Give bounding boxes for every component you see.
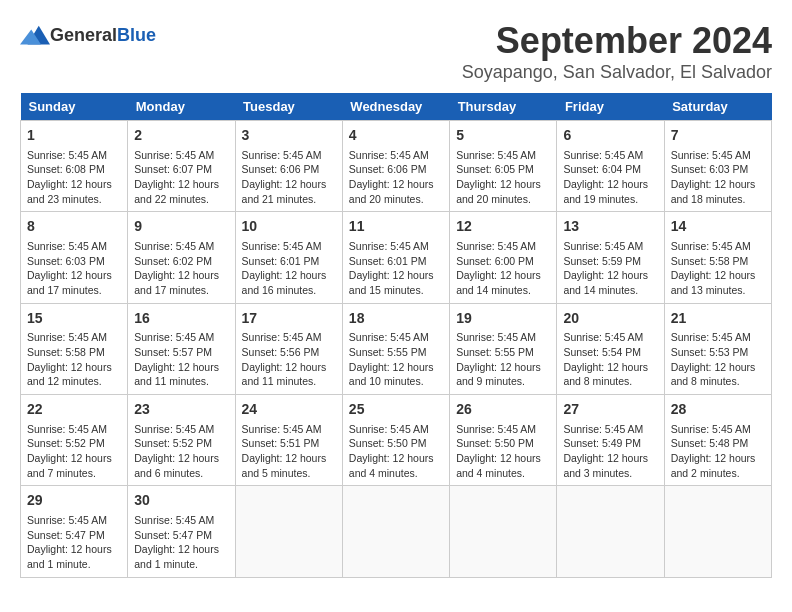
day-info: Sunrise: 5:45 AMSunset: 6:01 PMDaylight:… <box>349 239 443 298</box>
day-number: 27 <box>563 400 657 420</box>
day-cell-4: 4Sunrise: 5:45 AMSunset: 6:06 PMDaylight… <box>342 121 449 212</box>
day-cell-19: 19Sunrise: 5:45 AMSunset: 5:55 PMDayligh… <box>450 303 557 394</box>
day-cell-20: 20Sunrise: 5:45 AMSunset: 5:54 PMDayligh… <box>557 303 664 394</box>
day-info: Sunrise: 5:45 AMSunset: 6:08 PMDaylight:… <box>27 148 121 207</box>
day-cell-24: 24Sunrise: 5:45 AMSunset: 5:51 PMDayligh… <box>235 395 342 486</box>
logo: GeneralBlue <box>20 20 156 50</box>
empty-cell <box>450 486 557 577</box>
day-number: 16 <box>134 309 228 329</box>
day-number: 3 <box>242 126 336 146</box>
day-cell-3: 3Sunrise: 5:45 AMSunset: 6:06 PMDaylight… <box>235 121 342 212</box>
day-cell-6: 6Sunrise: 5:45 AMSunset: 6:04 PMDaylight… <box>557 121 664 212</box>
day-number: 6 <box>563 126 657 146</box>
day-cell-30: 30Sunrise: 5:45 AMSunset: 5:47 PMDayligh… <box>128 486 235 577</box>
empty-cell <box>235 486 342 577</box>
day-cell-15: 15Sunrise: 5:45 AMSunset: 5:58 PMDayligh… <box>21 303 128 394</box>
day-cell-25: 25Sunrise: 5:45 AMSunset: 5:50 PMDayligh… <box>342 395 449 486</box>
day-info: Sunrise: 5:45 AMSunset: 6:01 PMDaylight:… <box>242 239 336 298</box>
day-info: Sunrise: 5:45 AMSunset: 5:47 PMDaylight:… <box>27 513 121 572</box>
logo-icon <box>20 20 50 50</box>
weekday-monday: Monday <box>128 93 235 121</box>
day-cell-7: 7Sunrise: 5:45 AMSunset: 6:03 PMDaylight… <box>664 121 771 212</box>
day-cell-9: 9Sunrise: 5:45 AMSunset: 6:02 PMDaylight… <box>128 212 235 303</box>
day-number: 21 <box>671 309 765 329</box>
day-number: 22 <box>27 400 121 420</box>
calendar-week-4: 29Sunrise: 5:45 AMSunset: 5:47 PMDayligh… <box>21 486 772 577</box>
day-number: 15 <box>27 309 121 329</box>
calendar-subtitle: Soyapango, San Salvador, El Salvador <box>462 62 772 83</box>
logo-general: General <box>50 25 117 46</box>
day-cell-23: 23Sunrise: 5:45 AMSunset: 5:52 PMDayligh… <box>128 395 235 486</box>
title-section: September 2024 Soyapango, San Salvador, … <box>462 20 772 83</box>
day-number: 11 <box>349 217 443 237</box>
weekday-tuesday: Tuesday <box>235 93 342 121</box>
day-number: 24 <box>242 400 336 420</box>
day-info: Sunrise: 5:45 AMSunset: 6:02 PMDaylight:… <box>134 239 228 298</box>
day-number: 5 <box>456 126 550 146</box>
day-number: 20 <box>563 309 657 329</box>
empty-cell <box>342 486 449 577</box>
day-number: 29 <box>27 491 121 511</box>
day-info: Sunrise: 5:45 AMSunset: 5:58 PMDaylight:… <box>27 330 121 389</box>
day-cell-21: 21Sunrise: 5:45 AMSunset: 5:53 PMDayligh… <box>664 303 771 394</box>
day-number: 30 <box>134 491 228 511</box>
calendar-body: 1Sunrise: 5:45 AMSunset: 6:08 PMDaylight… <box>21 121 772 578</box>
day-info: Sunrise: 5:45 AMSunset: 5:49 PMDaylight:… <box>563 422 657 481</box>
day-number: 26 <box>456 400 550 420</box>
day-cell-2: 2Sunrise: 5:45 AMSunset: 6:07 PMDaylight… <box>128 121 235 212</box>
day-number: 4 <box>349 126 443 146</box>
day-info: Sunrise: 5:45 AMSunset: 5:54 PMDaylight:… <box>563 330 657 389</box>
weekday-friday: Friday <box>557 93 664 121</box>
day-cell-18: 18Sunrise: 5:45 AMSunset: 5:55 PMDayligh… <box>342 303 449 394</box>
day-info: Sunrise: 5:45 AMSunset: 5:48 PMDaylight:… <box>671 422 765 481</box>
day-cell-1: 1Sunrise: 5:45 AMSunset: 6:08 PMDaylight… <box>21 121 128 212</box>
day-info: Sunrise: 5:45 AMSunset: 5:59 PMDaylight:… <box>563 239 657 298</box>
calendar-week-2: 15Sunrise: 5:45 AMSunset: 5:58 PMDayligh… <box>21 303 772 394</box>
day-info: Sunrise: 5:45 AMSunset: 5:52 PMDaylight:… <box>27 422 121 481</box>
day-cell-26: 26Sunrise: 5:45 AMSunset: 5:50 PMDayligh… <box>450 395 557 486</box>
day-info: Sunrise: 5:45 AMSunset: 5:50 PMDaylight:… <box>349 422 443 481</box>
day-info: Sunrise: 5:45 AMSunset: 5:57 PMDaylight:… <box>134 330 228 389</box>
day-cell-28: 28Sunrise: 5:45 AMSunset: 5:48 PMDayligh… <box>664 395 771 486</box>
day-cell-27: 27Sunrise: 5:45 AMSunset: 5:49 PMDayligh… <box>557 395 664 486</box>
day-cell-8: 8Sunrise: 5:45 AMSunset: 6:03 PMDaylight… <box>21 212 128 303</box>
day-number: 12 <box>456 217 550 237</box>
day-cell-5: 5Sunrise: 5:45 AMSunset: 6:05 PMDaylight… <box>450 121 557 212</box>
day-number: 14 <box>671 217 765 237</box>
day-info: Sunrise: 5:45 AMSunset: 6:05 PMDaylight:… <box>456 148 550 207</box>
weekday-thursday: Thursday <box>450 93 557 121</box>
calendar-week-0: 1Sunrise: 5:45 AMSunset: 6:08 PMDaylight… <box>21 121 772 212</box>
day-info: Sunrise: 5:45 AMSunset: 6:03 PMDaylight:… <box>671 148 765 207</box>
day-info: Sunrise: 5:45 AMSunset: 5:50 PMDaylight:… <box>456 422 550 481</box>
day-cell-13: 13Sunrise: 5:45 AMSunset: 5:59 PMDayligh… <box>557 212 664 303</box>
day-number: 13 <box>563 217 657 237</box>
day-info: Sunrise: 5:45 AMSunset: 6:03 PMDaylight:… <box>27 239 121 298</box>
day-cell-29: 29Sunrise: 5:45 AMSunset: 5:47 PMDayligh… <box>21 486 128 577</box>
day-info: Sunrise: 5:45 AMSunset: 5:55 PMDaylight:… <box>349 330 443 389</box>
calendar-week-1: 8Sunrise: 5:45 AMSunset: 6:03 PMDaylight… <box>21 212 772 303</box>
day-cell-11: 11Sunrise: 5:45 AMSunset: 6:01 PMDayligh… <box>342 212 449 303</box>
weekday-saturday: Saturday <box>664 93 771 121</box>
day-info: Sunrise: 5:45 AMSunset: 5:51 PMDaylight:… <box>242 422 336 481</box>
day-number: 28 <box>671 400 765 420</box>
page-header: GeneralBlue September 2024 Soyapango, Sa… <box>20 20 772 83</box>
day-info: Sunrise: 5:45 AMSunset: 5:55 PMDaylight:… <box>456 330 550 389</box>
day-number: 25 <box>349 400 443 420</box>
day-number: 2 <box>134 126 228 146</box>
day-cell-12: 12Sunrise: 5:45 AMSunset: 6:00 PMDayligh… <box>450 212 557 303</box>
day-cell-10: 10Sunrise: 5:45 AMSunset: 6:01 PMDayligh… <box>235 212 342 303</box>
empty-cell <box>557 486 664 577</box>
calendar-table: SundayMondayTuesdayWednesdayThursdayFrid… <box>20 93 772 578</box>
day-cell-22: 22Sunrise: 5:45 AMSunset: 5:52 PMDayligh… <box>21 395 128 486</box>
day-number: 1 <box>27 126 121 146</box>
day-number: 9 <box>134 217 228 237</box>
weekday-sunday: Sunday <box>21 93 128 121</box>
day-number: 10 <box>242 217 336 237</box>
day-info: Sunrise: 5:45 AMSunset: 6:06 PMDaylight:… <box>242 148 336 207</box>
day-cell-16: 16Sunrise: 5:45 AMSunset: 5:57 PMDayligh… <box>128 303 235 394</box>
day-info: Sunrise: 5:45 AMSunset: 5:52 PMDaylight:… <box>134 422 228 481</box>
weekday-wednesday: Wednesday <box>342 93 449 121</box>
calendar-week-3: 22Sunrise: 5:45 AMSunset: 5:52 PMDayligh… <box>21 395 772 486</box>
day-info: Sunrise: 5:45 AMSunset: 5:47 PMDaylight:… <box>134 513 228 572</box>
weekday-header-row: SundayMondayTuesdayWednesdayThursdayFrid… <box>21 93 772 121</box>
